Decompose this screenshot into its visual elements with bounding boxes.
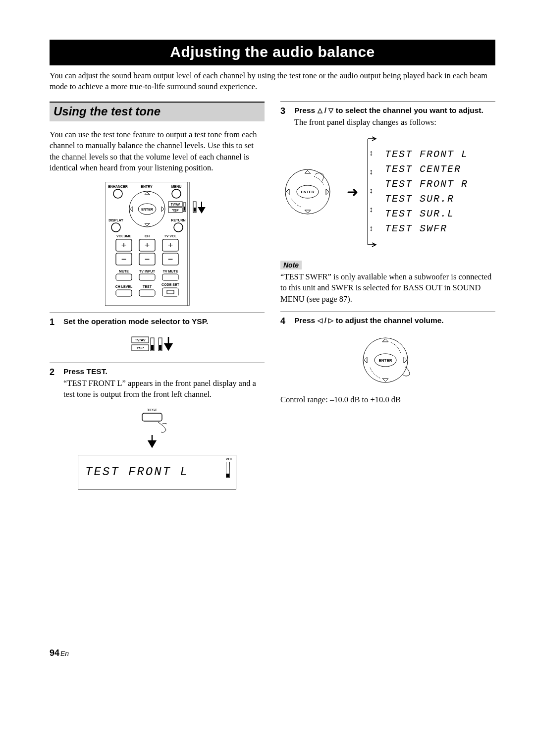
step-4: 4 Press ◁ / ▷ to adjust the channel volu… [280, 315, 495, 327]
svg-text:MENU: MENU [171, 185, 182, 188]
note-label: Note [280, 261, 302, 270]
svg-text:+: + [121, 240, 127, 250]
svg-rect-49 [194, 208, 196, 212]
svg-text:ENTER: ENTER [141, 208, 153, 211]
svg-text:+: + [168, 240, 173, 250]
svg-text:TV/AV: TV/AV [135, 338, 146, 342]
page-number: 94En [50, 648, 495, 658]
svg-text:MUTE: MUTE [119, 270, 129, 273]
svg-text:TV VOL: TV VOL [164, 234, 177, 238]
panel-text: TEST FRONT L [85, 465, 189, 479]
svg-rect-44 [116, 290, 132, 296]
step-1: 1 Set the operation mode selector to YSP… [50, 316, 265, 328]
arrow-right-icon: ➜ [347, 184, 358, 200]
svg-text:VOLUME: VOLUME [116, 234, 131, 238]
channel-sequence: TEST FRONT L TEST CENTER TEST FRONT R TE… [385, 147, 468, 236]
svg-rect-47 [167, 290, 174, 294]
svg-text:−: − [121, 254, 127, 264]
svg-text:CH LEVEL: CH LEVEL [115, 285, 133, 288]
svg-text:ENTER: ENTER [378, 358, 392, 363]
step-text: “TEST FRONT L” appears in the front pane… [63, 378, 265, 400]
svg-rect-15 [184, 207, 185, 211]
front-panel-display: TEST FRONT L VOL [78, 455, 236, 489]
step-number: 4 [280, 315, 289, 327]
svg-text:RETURN: RETURN [171, 218, 185, 222]
svg-text:TV/AV: TV/AV [171, 203, 180, 206]
svg-rect-57 [159, 345, 161, 350]
svg-rect-59 [142, 413, 162, 421]
step-title: Press △ / ▽ to select the channel you wa… [294, 106, 483, 114]
svg-point-6 [172, 189, 181, 198]
svg-text:−: − [168, 254, 173, 264]
svg-text:YSP: YSP [136, 346, 144, 350]
svg-point-19 [174, 223, 183, 232]
svg-text:DISPLAY: DISPLAY [108, 218, 123, 222]
test-button-diagram: TEST [50, 406, 265, 451]
svg-text:↕: ↕ [369, 224, 373, 232]
svg-rect-38 [116, 274, 132, 280]
vol-indicator: VOL [226, 457, 233, 478]
step-2: 2 Press TEST. “TEST FRONT L” appears in … [50, 366, 265, 400]
svg-text:TV MUTE: TV MUTE [163, 270, 178, 273]
svg-rect-55 [151, 345, 154, 350]
step-text: The front panel display changes as follo… [294, 117, 495, 128]
svg-text:+: + [145, 240, 150, 250]
svg-text:ENTER: ENTER [301, 190, 314, 194]
svg-text:TEST: TEST [143, 285, 152, 288]
svg-text:ENHANCER: ENHANCER [108, 185, 128, 188]
svg-text:↕: ↕ [369, 149, 373, 157]
mode-selector-diagram: TV/AV YSP [50, 334, 265, 356]
note-text: “TEST SWFR” is only available when a sub… [280, 271, 495, 305]
svg-text:↕: ↕ [369, 205, 373, 214]
step-3: 3 Press △ / ▽ to select the channel you … [280, 105, 495, 128]
remote-diagram: ENHANCER ENTRY MENU ENTER TV/AV [50, 182, 265, 306]
svg-text:−: − [145, 254, 150, 264]
svg-text:CODE SET: CODE SET [161, 283, 180, 286]
svg-text:↕: ↕ [369, 186, 373, 195]
svg-point-17 [111, 223, 120, 232]
channel-list-diagram: ENTER ➜ ↕↕↕↕↕ [280, 135, 495, 249]
svg-text:ENTRY: ENTRY [141, 185, 153, 188]
svg-text:TEST: TEST [147, 408, 158, 412]
svg-text:YSP: YSP [172, 209, 179, 212]
svg-rect-39 [139, 274, 155, 280]
svg-text:TV INPUT: TV INPUT [139, 270, 156, 273]
svg-text:↕: ↕ [369, 167, 373, 176]
svg-rect-45 [139, 290, 155, 296]
step-number: 2 [50, 366, 58, 400]
cycle-arrows: ↕↕↕↕↕ [365, 135, 378, 249]
section-body: You can use the test tone feature to out… [50, 129, 265, 173]
step-title: Set the operation mode selector to YSP. [63, 317, 208, 325]
step-title: Press ◁ / ▷ to adjust the channel volume… [294, 316, 444, 324]
intro-text: You can adjust the sound beam output lev… [50, 70, 495, 93]
dpad-icon: ENTER [280, 164, 340, 219]
control-range: Control range: –10.0 dB to +10.0 dB [280, 394, 495, 405]
step-number: 3 [280, 105, 289, 128]
section-heading: Using the test tone [50, 102, 265, 121]
svg-point-3 [113, 189, 122, 198]
step-number: 1 [50, 316, 58, 328]
svg-rect-40 [162, 274, 178, 280]
step-title: Press TEST. [63, 367, 107, 376]
svg-text:CH: CH [145, 234, 150, 238]
dpad-diagram-2: ENTER [280, 333, 495, 387]
page-banner: Adjusting the audio balance [50, 40, 495, 65]
